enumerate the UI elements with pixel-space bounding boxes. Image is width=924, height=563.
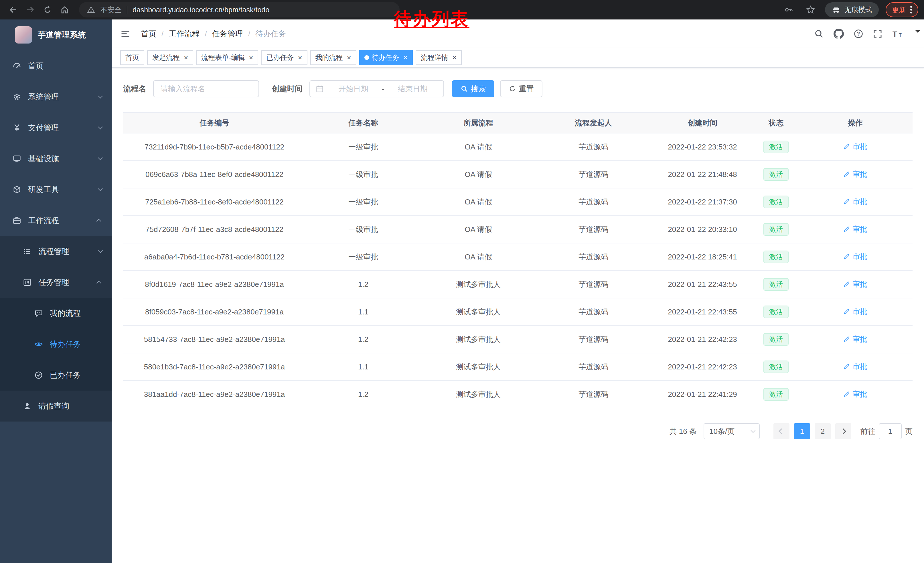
end-date-input[interactable]: 结束日期 [388,84,438,94]
back-arrow-icon [9,5,18,14]
approve-link[interactable]: 审批 [843,334,867,344]
calendar-icon [316,85,324,93]
table-row: 580e1b3d-7ac8-11ec-a9e2-a2380e71991a 1.1… [123,353,912,381]
bookmark-star-button[interactable] [803,2,818,17]
edit-pen-icon [843,143,850,150]
breadcrumb-task-mgmt[interactable]: 任务管理 [212,29,243,39]
table-row: 58154733-7ac8-11ec-a9e2-a2380e71991a 1.2… [123,326,912,353]
sidebar-item-process-mgmt[interactable]: 流程管理 [0,236,112,267]
sidebar-item-label: 流程管理 [38,246,69,257]
close-tab-icon[interactable]: × [347,54,351,61]
next-page-button[interactable] [835,423,851,439]
browser-home-button[interactable] [57,2,72,17]
reset-button[interactable]: 重置 [500,80,542,98]
breadcrumb: 首页 / 工作流程 / 任务管理 / 待办任务 [141,29,286,39]
chevron-right-icon [840,428,846,434]
page-button-2[interactable]: 2 [814,423,831,439]
browser-update-button[interactable]: 更新 [886,2,918,17]
approve-link[interactable]: 审批 [843,362,867,372]
cell-task-id: 580e1b3d-7ac8-11ec-a9e2-a2380e71991a [123,353,306,381]
browser-back-button[interactable] [6,2,21,17]
status-badge: 激活 [764,168,789,181]
browser-menu-icon[interactable] [910,6,912,14]
approve-link[interactable]: 审批 [843,197,867,207]
sidebar-item-my-process[interactable]: 我的流程 [0,298,112,329]
dashboard-icon [13,62,21,70]
edit-pen-icon [843,171,850,177]
close-tab-icon[interactable]: × [184,54,188,61]
cell-task-id: 725a1eb6-7b88-11ec-8ef0-acde48001122 [123,188,306,216]
cell-initiator: 芋道源码 [536,243,651,270]
tab-home[interactable]: 首页 [120,50,144,65]
sidebar-item-leave-query[interactable]: 请假查询 [0,390,112,422]
update-label: 更新 [892,5,906,15]
approve-link[interactable]: 审批 [843,169,867,179]
sidebar-item-label: 待办任务 [50,339,81,349]
sidebar-item-task-mgmt[interactable]: 任务管理 [0,267,112,298]
close-tab-icon[interactable]: × [249,54,253,61]
sidebar-item-workflow[interactable]: 工作流程 [0,205,112,236]
github-link[interactable] [834,29,844,39]
cell-initiator: 芋道源码 [536,326,651,353]
page-button-1[interactable]: 1 [794,423,810,439]
date-range-picker[interactable]: 开始日期 - 结束日期 [309,80,444,98]
close-tab-icon[interactable]: × [404,54,408,61]
tab-start-process[interactable]: 发起流程× [147,50,193,65]
sidebar-item-devtools[interactable]: 研发工具 [0,174,112,205]
address-bar[interactable]: 不安全 dashboard.yudao.iocoder.cn/bpm/task/… [79,2,400,18]
goto-page-input[interactable] [879,423,902,439]
cell-process: OA 请假 [421,243,536,270]
browser-reload-button[interactable] [40,2,55,17]
close-tab-icon[interactable]: × [298,54,302,61]
page-size-select[interactable]: 10条/页 [704,423,760,439]
sidebar-item-done-tasks[interactable]: 已办任务 [0,360,112,390]
cell-initiator: 芋道源码 [536,353,651,381]
refresh-icon [508,85,516,93]
tab-form-edit[interactable]: 流程表单-编辑× [196,50,258,65]
kanban-icon [23,278,32,287]
app-logo-row[interactable]: 芋道管理系统 [0,20,112,50]
breadcrumb-workflow[interactable]: 工作流程 [169,29,200,39]
prev-page-button[interactable] [773,423,789,439]
cell-created: 2022-01-22 21:48:48 [651,161,754,188]
edit-pen-icon [843,253,850,260]
start-date-input[interactable]: 开始日期 [328,84,378,94]
fullscreen-button[interactable] [873,29,882,38]
search-button[interactable]: 搜索 [452,80,494,98]
check-circle-icon [34,371,43,380]
font-size-button[interactable]: TT [892,29,903,38]
tab-todo-tasks[interactable]: 待办任务× [359,50,413,65]
tab-done-tasks[interactable]: 已办任务× [261,50,307,65]
help-button[interactable]: ? [854,29,863,39]
cell-task-name: 1.1 [306,353,421,381]
browser-forward-button[interactable] [23,2,38,17]
sidebar-item-todo-tasks[interactable]: 待办任务 [0,329,112,360]
sidebar-item-infra[interactable]: 基础设施 [0,143,112,174]
approve-link[interactable]: 审批 [843,389,867,399]
breadcrumb-home[interactable]: 首页 [141,29,156,39]
approve-link[interactable]: 审批 [843,142,867,152]
key-icon [784,5,794,14]
tab-process-detail[interactable]: 流程详情× [416,50,462,65]
approve-link[interactable]: 审批 [843,252,867,262]
approve-link[interactable]: 审批 [843,224,867,234]
incognito-badge[interactable]: 无痕模式 [825,2,879,17]
cell-process: 测试多审批人 [421,326,536,353]
approve-link[interactable]: 审批 [843,307,867,317]
collapse-sidebar-button[interactable] [120,29,130,39]
approve-link[interactable]: 审批 [843,279,867,289]
chevron-down-icon [98,186,103,191]
header-search-button[interactable] [814,29,824,39]
password-key-button[interactable] [782,2,796,17]
cell-status: 激活 [754,353,798,381]
create-time-label: 创建时间 [272,84,303,94]
process-name-input[interactable] [153,80,259,98]
close-tab-icon[interactable]: × [452,54,456,61]
sidebar-item-payment[interactable]: 支付管理 [0,112,112,143]
home-icon [60,5,69,14]
cell-process: 测试多审批人 [421,381,536,408]
tab-my-process[interactable]: 我的流程× [310,50,356,65]
sidebar-item-home[interactable]: 首页 [0,50,112,81]
star-icon [806,5,815,14]
sidebar-item-system[interactable]: 系统管理 [0,81,112,112]
